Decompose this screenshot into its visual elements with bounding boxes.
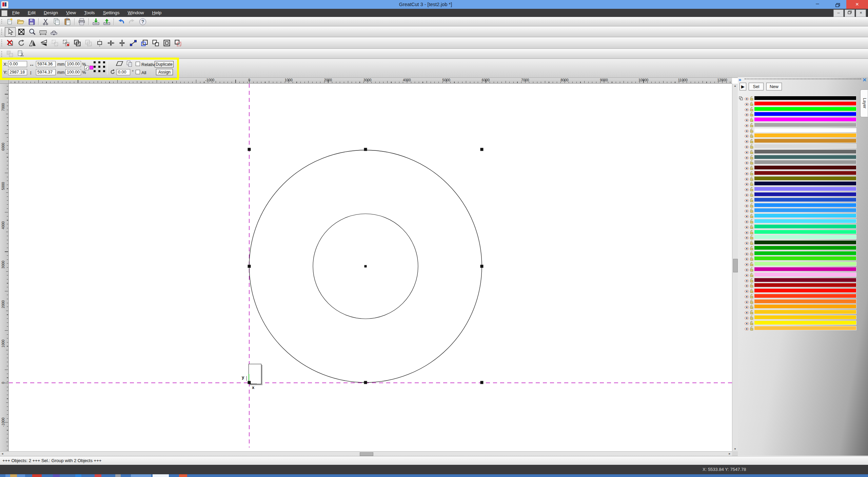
layer-color-bar[interactable] bbox=[754, 283, 856, 287]
layer-color-bar[interactable] bbox=[754, 304, 856, 309]
layer-color-bar[interactable] bbox=[754, 208, 856, 212]
menu-edit[interactable]: Edit bbox=[24, 9, 40, 17]
scale-y-field[interactable] bbox=[65, 69, 81, 75]
copy-params-icon[interactable] bbox=[126, 60, 133, 68]
panel-expand-icon[interactable]: » bbox=[738, 77, 741, 82]
vertical-scroll-thumb[interactable] bbox=[733, 259, 738, 272]
vertical-ruler[interactable]: 70006000500040003000200010000-1000 bbox=[0, 84, 9, 451]
layer-color-bar[interactable] bbox=[754, 224, 856, 229]
sel-button[interactable]: Sel bbox=[749, 83, 764, 90]
layer-color-bar[interactable] bbox=[754, 144, 856, 148]
layer-color-bar[interactable] bbox=[754, 160, 856, 164]
mirror-vertical-button[interactable] bbox=[38, 38, 49, 48]
taskbar-app-sliver[interactable] bbox=[10, 474, 17, 477]
rotate-object-button[interactable] bbox=[16, 38, 26, 48]
taskbar-app-sliver[interactable] bbox=[131, 474, 151, 477]
taskbar-app-sliver[interactable] bbox=[32, 474, 42, 477]
layer-color-bar[interactable] bbox=[754, 294, 856, 298]
scroll-down-icon[interactable]: ▼ bbox=[733, 448, 737, 451]
layer-color-bar[interactable] bbox=[754, 213, 856, 218]
windows-taskbar[interactable] bbox=[0, 474, 868, 477]
help-button[interactable]: ? bbox=[138, 17, 148, 26]
layer-color-bar[interactable] bbox=[754, 272, 856, 277]
layer-color-bar[interactable] bbox=[754, 96, 856, 100]
taskbar-app-sliver[interactable] bbox=[95, 474, 101, 477]
toolbar-grip[interactable] bbox=[1, 19, 3, 24]
layer-color-bar[interactable] bbox=[754, 192, 856, 196]
export-button[interactable] bbox=[102, 17, 112, 26]
layer-color-bar[interactable] bbox=[754, 133, 856, 138]
anchor-point[interactable] bbox=[103, 61, 105, 63]
taskbar-app-sliver[interactable] bbox=[179, 474, 187, 477]
cut-button[interactable] bbox=[41, 17, 51, 26]
all-checkbox[interactable] bbox=[136, 70, 140, 74]
toolbar-grip[interactable] bbox=[1, 61, 3, 76]
menu-design[interactable]: Design bbox=[40, 9, 62, 17]
width-field[interactable] bbox=[36, 61, 56, 67]
close-button[interactable]: × bbox=[846, 0, 868, 9]
menu-file[interactable]: File bbox=[8, 9, 24, 17]
x-position-field[interactable] bbox=[8, 61, 27, 67]
layer-color-bar[interactable] bbox=[754, 187, 856, 191]
layer-color-bar[interactable] bbox=[754, 117, 856, 122]
menu-tools[interactable]: Tools bbox=[80, 9, 99, 17]
undo-button[interactable] bbox=[116, 17, 126, 26]
weld-button[interactable] bbox=[150, 38, 161, 48]
anchor-point[interactable] bbox=[103, 70, 105, 72]
taskbar-app-sliver[interactable] bbox=[115, 474, 121, 477]
layer-color-bar[interactable] bbox=[754, 310, 856, 314]
ungroup-button[interactable] bbox=[61, 38, 71, 48]
layer-color-bar[interactable] bbox=[754, 267, 856, 271]
relative-checkbox[interactable] bbox=[136, 62, 140, 66]
layer-color-bar[interactable] bbox=[754, 155, 856, 159]
horizontal-scroll-thumb[interactable] bbox=[360, 452, 373, 456]
align-center-button[interactable] bbox=[94, 38, 105, 48]
new-file-button[interactable] bbox=[5, 17, 15, 26]
node-edit-button[interactable] bbox=[16, 27, 26, 36]
layer-color-bar[interactable] bbox=[754, 326, 856, 330]
zoom-tool-button[interactable] bbox=[27, 27, 37, 36]
paste-button[interactable] bbox=[62, 17, 73, 26]
height-field[interactable] bbox=[36, 69, 56, 75]
drawing-canvas[interactable]: y x bbox=[9, 84, 732, 451]
selection-handle[interactable] bbox=[248, 148, 251, 151]
anchor-point[interactable] bbox=[98, 70, 100, 72]
proportional-checkbox[interactable]: ✓ bbox=[84, 66, 89, 70]
layer-color-bar[interactable] bbox=[754, 176, 856, 181]
layer-color-bar[interactable] bbox=[754, 251, 856, 255]
mirror-horizontal-button[interactable] bbox=[27, 38, 38, 48]
distribute-horizontal-button[interactable] bbox=[105, 38, 116, 48]
distribute-vertical-button[interactable] bbox=[117, 38, 127, 48]
selection-handle[interactable] bbox=[480, 381, 484, 384]
layer-options-button[interactable]: ▶ bbox=[739, 83, 746, 90]
layer-color-bar[interactable] bbox=[754, 101, 856, 106]
skew-icon[interactable] bbox=[115, 61, 124, 68]
select-button[interactable] bbox=[5, 27, 16, 37]
layer-color-bar[interactable] bbox=[754, 112, 856, 116]
layer-color-bar[interactable] bbox=[754, 288, 856, 293]
overlap-button[interactable] bbox=[173, 38, 183, 48]
mdi-close-button[interactable]: × bbox=[856, 9, 866, 17]
toolbar-grip[interactable] bbox=[1, 39, 3, 47]
layer-color-bar[interactable] bbox=[754, 123, 856, 127]
duplicate-button[interactable]: Duplicate bbox=[155, 61, 174, 67]
layer-color-bar[interactable] bbox=[754, 165, 856, 170]
save-file-button[interactable] bbox=[26, 17, 37, 26]
menu-view[interactable]: View bbox=[62, 9, 80, 17]
horizontal-ruler[interactable]: -100001000200030004000500060007000800090… bbox=[9, 78, 732, 84]
toolbar-grip[interactable] bbox=[1, 51, 3, 57]
y-position-field[interactable] bbox=[8, 69, 27, 75]
node-tool-button[interactable] bbox=[128, 38, 138, 48]
layer-color-swatch[interactable] bbox=[90, 66, 93, 69]
combine-button[interactable] bbox=[72, 38, 82, 48]
layer-color-bar[interactable] bbox=[754, 181, 856, 186]
layer-color-bar[interactable] bbox=[754, 230, 856, 234]
delete-object-button[interactable] bbox=[5, 38, 15, 48]
anchor-point[interactable] bbox=[98, 66, 100, 68]
minimize-button[interactable]: – bbox=[810, 0, 825, 9]
outline-button[interactable] bbox=[161, 38, 172, 48]
layer-color-bar[interactable] bbox=[754, 149, 856, 154]
layer-color-bar[interactable] bbox=[754, 278, 856, 282]
horizontal-scrollbar[interactable]: ◄ ► bbox=[0, 451, 732, 456]
taskbar-app-sliver[interactable] bbox=[53, 474, 60, 477]
